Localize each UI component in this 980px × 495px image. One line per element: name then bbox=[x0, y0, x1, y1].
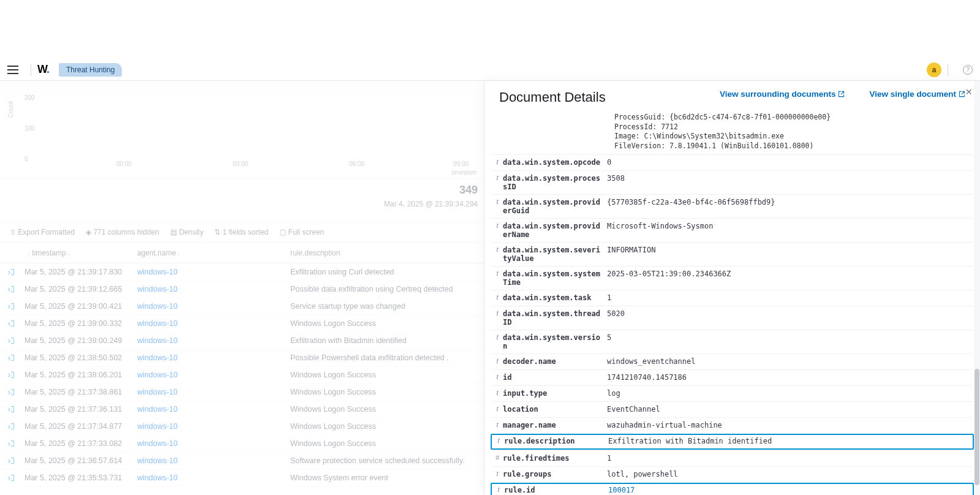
table-row[interactable]: Mar 5, 2025 @ 21:38:06.201windows-10Wind… bbox=[0, 366, 484, 384]
view-single-link[interactable]: View single document bbox=[869, 89, 965, 99]
agent-link[interactable]: windows-10 bbox=[132, 388, 285, 396]
field-row[interactable]: tdata.win.system.providerGuid{5770385f-c… bbox=[492, 194, 973, 218]
field-row[interactable]: #rule.firedtimes1 bbox=[492, 450, 973, 466]
field-name: data.win.system.version bbox=[503, 333, 607, 350]
close-icon[interactable]: ✕ bbox=[963, 86, 975, 98]
table-row[interactable]: Mar 5, 2025 @ 21:38:50.502windows-10Poss… bbox=[0, 349, 484, 366]
expand-icon[interactable] bbox=[0, 388, 22, 396]
table-row[interactable]: Mar 5, 2025 @ 21:35:53.731windows-10Wind… bbox=[0, 469, 484, 486]
agent-link[interactable]: windows-10 bbox=[132, 268, 285, 276]
table-row[interactable]: Mar 5, 2025 @ 21:37:38.861windows-10Wind… bbox=[0, 384, 484, 401]
field-value: EventChannel bbox=[607, 405, 973, 414]
table-row[interactable]: Mar 5, 2025 @ 21:36:57.614windows-10Soft… bbox=[0, 452, 484, 469]
agent-link[interactable]: windows-10 bbox=[132, 371, 285, 379]
expand-icon[interactable] bbox=[0, 285, 22, 293]
columns-hidden-button[interactable]: ◈ 771 columns hidden bbox=[86, 228, 159, 236]
col-agent[interactable]: agent.name⌄ bbox=[132, 249, 285, 257]
agent-link[interactable]: windows-10 bbox=[132, 353, 285, 362]
col-description[interactable]: rule.description bbox=[285, 249, 484, 257]
field-name: rule.description bbox=[504, 437, 608, 445]
field-type-icon: t bbox=[492, 309, 503, 317]
help-icon[interactable]: ? bbox=[963, 65, 973, 75]
agent-link[interactable]: windows-10 bbox=[132, 302, 285, 311]
table-row[interactable]: Mar 5, 2025 @ 21:39:12.665windows-10Poss… bbox=[0, 281, 484, 298]
table-row[interactable]: Mar 5, 2025 @ 21:39:00.421windows-10Serv… bbox=[0, 298, 484, 315]
menu-icon[interactable] bbox=[7, 66, 18, 74]
field-row[interactable]: trule.descriptionExfiltration with Bitad… bbox=[491, 434, 974, 450]
col-timestamp[interactable]: ↓ timestamp⌄ bbox=[22, 249, 132, 257]
agent-link[interactable]: windows-10 bbox=[132, 285, 285, 293]
expand-icon[interactable] bbox=[0, 302, 22, 311]
field-type-icon: t bbox=[492, 198, 503, 205]
view-surrounding-link[interactable]: View surrounding documents bbox=[720, 89, 845, 99]
field-row[interactable]: tmanager.namewazuhadmin-virtual-machine bbox=[492, 417, 973, 433]
table-row[interactable]: Mar 5, 2025 @ 21:39:00.332windows-10Wind… bbox=[0, 315, 484, 332]
agent-link[interactable]: windows-10 bbox=[132, 336, 285, 345]
agent-link[interactable]: windows-10 bbox=[132, 422, 285, 431]
agent-link[interactable]: windows-10 bbox=[132, 405, 285, 414]
field-row[interactable]: tlocationEventChannel bbox=[492, 401, 973, 417]
field-type-icon: t bbox=[492, 174, 503, 181]
field-row[interactable]: trule.groupslotl, powershell bbox=[492, 466, 973, 482]
expand-icon[interactable] bbox=[0, 268, 22, 276]
agent-link[interactable]: windows-10 bbox=[132, 319, 285, 328]
field-row[interactable]: tdata.win.system.task1 bbox=[492, 290, 973, 306]
field-name: rule.firedtimes bbox=[503, 454, 607, 463]
field-value: windows_eventchannel bbox=[607, 357, 973, 366]
histogram-chart[interactable]: Count 200 100 0 00:00 03:00 06:00 09:00 … bbox=[0, 81, 484, 179]
description-cell: Windows Logon Success bbox=[285, 319, 484, 328]
field-row[interactable]: tdata.win.system.providerNameMicrosoft-W… bbox=[492, 218, 973, 242]
field-name: data.win.system.threadID bbox=[503, 309, 607, 327]
export-button[interactable]: ⇪ Export Formatted bbox=[10, 228, 75, 236]
field-type-icon: t bbox=[492, 470, 503, 477]
field-row[interactable]: tdecoder.namewindows_eventchannel bbox=[492, 353, 973, 369]
field-row[interactable]: tdata.win.system.processID3508 bbox=[492, 170, 973, 194]
field-row[interactable]: tdata.win.system.severityValueINFORMATIO… bbox=[492, 242, 973, 266]
expand-icon[interactable] bbox=[0, 474, 22, 482]
description-cell: Service startup type was changed bbox=[285, 302, 484, 311]
agent-link[interactable]: windows-10 bbox=[132, 439, 285, 448]
agent-link[interactable]: windows-10 bbox=[132, 474, 285, 482]
field-name: rule.id bbox=[504, 486, 608, 494]
expand-icon[interactable] bbox=[0, 456, 22, 465]
table-row[interactable]: Mar 5, 2025 @ 21:39:17.830windows-10Exfi… bbox=[0, 263, 484, 281]
field-name: data.win.system.providerName bbox=[503, 222, 607, 239]
fullscreen-button[interactable]: ▢ Full screen bbox=[279, 228, 324, 236]
description-cell: Windows Logon Success bbox=[285, 388, 484, 396]
wazuh-logo[interactable]: W. bbox=[37, 63, 49, 76]
scrollbar-track[interactable] bbox=[974, 81, 980, 495]
field-value: log bbox=[607, 389, 973, 398]
field-row[interactable]: trule.id100017 bbox=[491, 483, 974, 495]
expand-icon[interactable] bbox=[0, 371, 22, 379]
timestamp-cell: Mar 5, 2025 @ 21:39:12.665 bbox=[22, 285, 132, 293]
sort-button[interactable]: ⇅ 1 fields sorted bbox=[214, 228, 268, 236]
field-row[interactable]: tdata.win.system.opcode0 bbox=[492, 154, 973, 170]
avatar[interactable]: a bbox=[927, 62, 941, 77]
expand-icon[interactable] bbox=[0, 422, 22, 431]
field-row[interactable]: tinput.typelog bbox=[492, 385, 973, 401]
expand-icon[interactable] bbox=[0, 319, 22, 328]
description-cell: Windows Logon Success bbox=[285, 422, 484, 431]
external-link-icon bbox=[838, 91, 845, 97]
flyout-body[interactable]: ProcessGuid: {bc6d2dc5-c474-67c8-7f01-00… bbox=[484, 110, 980, 495]
field-row[interactable]: tdata.win.system.version5 bbox=[492, 330, 973, 353]
timestamp-cell: Mar 5, 2025 @ 21:39:00.249 bbox=[22, 336, 132, 345]
breadcrumb-threat-hunting[interactable]: Threat Hunting bbox=[59, 63, 122, 77]
expand-icon[interactable] bbox=[0, 405, 22, 414]
field-type-icon: t bbox=[492, 389, 503, 396]
table-row[interactable]: Mar 5, 2025 @ 21:37:34.877windows-10Wind… bbox=[0, 418, 484, 435]
density-button[interactable]: ▤ Density bbox=[170, 228, 203, 236]
field-name: data.win.system.task bbox=[503, 293, 607, 302]
field-value: {5770385f-c22a-43e0-bf4c-06f5698ffbd9} bbox=[607, 198, 973, 206]
agent-link[interactable]: windows-10 bbox=[132, 456, 285, 465]
expand-icon[interactable] bbox=[0, 439, 22, 448]
table-row[interactable]: Mar 5, 2025 @ 21:37:36.131windows-10Wind… bbox=[0, 401, 484, 418]
table-row[interactable]: Mar 5, 2025 @ 21:37:33.082windows-10Wind… bbox=[0, 435, 484, 452]
field-row[interactable]: tdata.win.system.threadID5020 bbox=[492, 306, 973, 330]
field-row[interactable]: tid1741210740.1457186 bbox=[492, 369, 973, 385]
expand-icon[interactable] bbox=[0, 353, 22, 362]
scrollbar-thumb[interactable] bbox=[974, 369, 979, 485]
expand-icon[interactable] bbox=[0, 336, 22, 345]
field-row[interactable]: tdata.win.system.systemTime2025-03-05T21… bbox=[492, 266, 973, 290]
table-row[interactable]: Mar 5, 2025 @ 21:39:00.249windows-10Exfi… bbox=[0, 332, 484, 349]
